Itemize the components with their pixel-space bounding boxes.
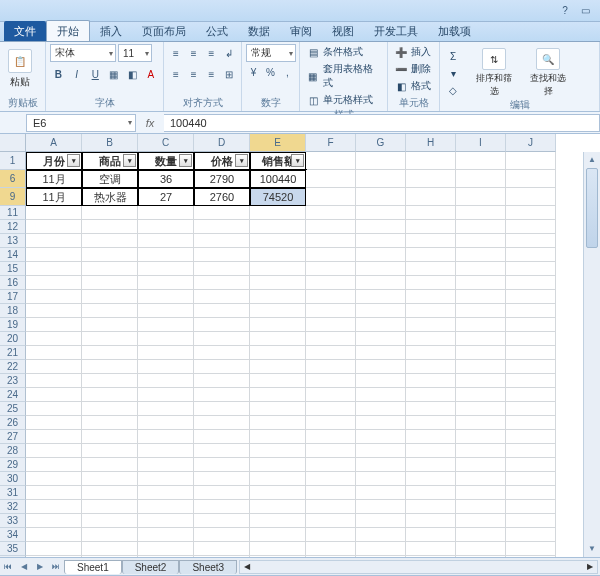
cell[interactable]	[456, 472, 506, 486]
cell[interactable]	[250, 388, 306, 402]
cell[interactable]	[356, 528, 406, 542]
cell[interactable]	[456, 206, 506, 220]
cell[interactable]	[406, 220, 456, 234]
underline-button[interactable]: U	[87, 65, 104, 83]
cell[interactable]	[506, 262, 556, 276]
italic-button[interactable]: I	[69, 65, 86, 83]
align-top-button[interactable]: ≡	[168, 44, 184, 62]
cell[interactable]	[406, 170, 456, 188]
cell[interactable]	[194, 248, 250, 262]
cell[interactable]	[506, 346, 556, 360]
row-header-19[interactable]: 19	[0, 318, 26, 332]
cell[interactable]	[406, 430, 456, 444]
cell[interactable]	[356, 152, 406, 170]
cell[interactable]	[306, 276, 356, 290]
cell[interactable]	[26, 528, 82, 542]
cell[interactable]	[26, 458, 82, 472]
cell[interactable]	[26, 388, 82, 402]
cell[interactable]	[194, 332, 250, 346]
cell[interactable]	[406, 500, 456, 514]
sheet-tab-1[interactable]: Sheet1	[64, 560, 122, 574]
filter-icon[interactable]: ▾	[123, 154, 136, 167]
cell[interactable]	[26, 430, 82, 444]
cell[interactable]	[456, 262, 506, 276]
paste-button[interactable]: 📋 粘贴	[4, 44, 36, 94]
cell[interactable]	[138, 430, 194, 444]
cell[interactable]	[356, 374, 406, 388]
cell[interactable]	[250, 500, 306, 514]
cell[interactable]	[456, 528, 506, 542]
col-header-E[interactable]: E	[250, 134, 306, 152]
delete-cells-button[interactable]: ➖删除	[392, 61, 435, 77]
cell[interactable]	[250, 304, 306, 318]
cell[interactable]	[138, 276, 194, 290]
col-header-G[interactable]: G	[356, 134, 406, 152]
cell[interactable]	[250, 360, 306, 374]
tab-data[interactable]: 数据	[238, 21, 280, 41]
align-left-button[interactable]: ≡	[168, 65, 184, 83]
cell[interactable]	[138, 514, 194, 528]
cell[interactable]	[26, 318, 82, 332]
cell[interactable]	[82, 206, 138, 220]
cell[interactable]	[250, 374, 306, 388]
cell[interactable]	[506, 188, 556, 206]
cell[interactable]	[250, 220, 306, 234]
cell[interactable]	[406, 472, 456, 486]
col-header-C[interactable]: C	[138, 134, 194, 152]
cell-styles-button[interactable]: ◫单元格样式	[304, 92, 383, 108]
col-header-H[interactable]: H	[406, 134, 456, 152]
cell[interactable]	[506, 500, 556, 514]
cell[interactable]	[82, 290, 138, 304]
cell[interactable]	[82, 388, 138, 402]
cell[interactable]	[250, 486, 306, 500]
cell[interactable]	[456, 500, 506, 514]
cell[interactable]	[506, 318, 556, 332]
cell[interactable]	[406, 486, 456, 500]
cell[interactable]	[506, 430, 556, 444]
help-icon[interactable]: ?	[558, 4, 572, 18]
formula-input[interactable]: 100440	[164, 114, 600, 132]
cell[interactable]	[194, 402, 250, 416]
bold-button[interactable]: B	[50, 65, 67, 83]
conditional-format-button[interactable]: ▤条件格式	[304, 44, 383, 60]
tab-file[interactable]: 文件	[4, 21, 46, 41]
cell[interactable]	[26, 486, 82, 500]
row-header-36[interactable]: 36	[0, 556, 26, 558]
scroll-left-icon[interactable]: ◀	[240, 561, 254, 573]
insert-cells-button[interactable]: ➕插入	[392, 44, 435, 60]
cell[interactable]	[26, 262, 82, 276]
cell[interactable]	[26, 206, 82, 220]
merge-button[interactable]: ⊞	[221, 65, 237, 83]
cell[interactable]	[506, 234, 556, 248]
cell[interactable]	[82, 500, 138, 514]
col-header-A[interactable]: A	[26, 134, 82, 152]
scroll-up-icon[interactable]: ▲	[584, 152, 600, 168]
cell[interactable]	[406, 402, 456, 416]
border-button[interactable]: ▦	[106, 65, 123, 83]
align-center-button[interactable]: ≡	[186, 65, 202, 83]
fx-icon[interactable]: fx	[140, 117, 160, 129]
font-size-combo[interactable]: 11	[118, 44, 152, 62]
cell[interactable]	[194, 318, 250, 332]
cell[interactable]	[138, 304, 194, 318]
cell[interactable]	[250, 346, 306, 360]
row-header-29[interactable]: 29	[0, 458, 26, 472]
format-cells-button[interactable]: ◧格式	[392, 78, 435, 94]
tab-developer[interactable]: 开发工具	[364, 21, 428, 41]
cell[interactable]	[456, 304, 506, 318]
cell[interactable]	[456, 542, 506, 556]
row-header-1[interactable]: 1	[0, 152, 26, 170]
cell[interactable]	[456, 170, 506, 188]
cell[interactable]	[356, 262, 406, 276]
cell[interactable]	[138, 206, 194, 220]
cell[interactable]	[82, 486, 138, 500]
cell[interactable]	[26, 472, 82, 486]
cell[interactable]	[82, 556, 138, 558]
cell-grid[interactable]: 月份▾ 商品▾ 数量▾ 价格▾ 销售额▾ 11月 空调 36 2790 1004…	[26, 152, 600, 557]
cell[interactable]	[356, 290, 406, 304]
cell[interactable]	[138, 248, 194, 262]
cell[interactable]	[356, 388, 406, 402]
cell[interactable]	[194, 430, 250, 444]
row-header-24[interactable]: 24	[0, 388, 26, 402]
cell[interactable]	[138, 220, 194, 234]
